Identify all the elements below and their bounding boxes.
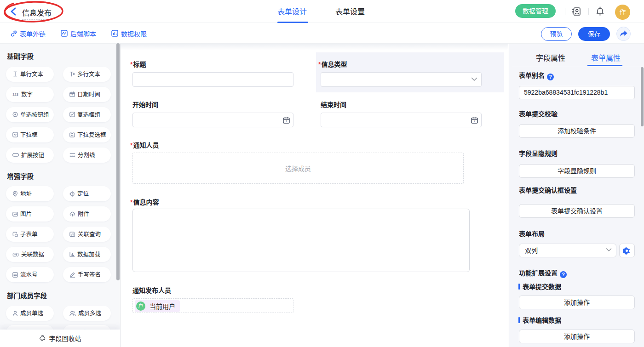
svg-text:123: 123 [12,92,18,96]
svg-text:7: 7 [71,94,73,97]
svg-text:7: 7 [473,119,475,123]
svg-text:7: 7 [285,119,287,123]
